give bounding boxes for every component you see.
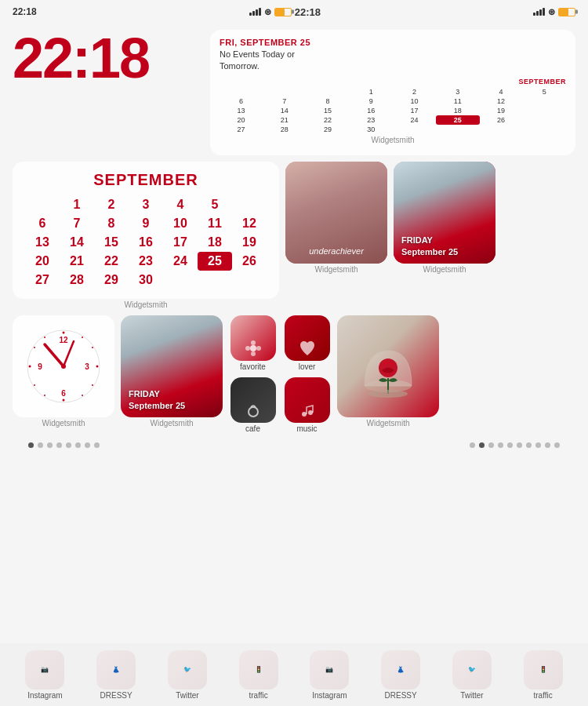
signal-bars-center — [249, 8, 261, 16]
svg-point-25 — [249, 407, 258, 417]
svg-point-27 — [308, 410, 313, 415]
dots-right — [470, 442, 560, 448]
dressy-icon: 👗 — [112, 666, 120, 673]
rose-widget — [337, 315, 439, 417]
dock-twitter-icon-2[interactable]: 🐦 — [452, 650, 492, 690]
svg-point-4 — [96, 366, 99, 368]
image-widgets-col: underachiever Widgetsmith — [285, 162, 387, 274]
status-bar: 22:18 ⊛ 22:18 ⊛ — [0, 0, 588, 24]
dock-instagram-label-2: Instagram — [312, 691, 347, 700]
dock-dressy-1[interactable]: 👗 DRESSY — [96, 650, 136, 700]
underachiever-section: underachiever Widgetsmith — [285, 162, 387, 274]
dot-left-8 — [94, 442, 100, 448]
dot-left-5 — [66, 442, 71, 448]
svg-point-3 — [29, 366, 31, 368]
dock-twitter-label-2: Twitter — [460, 691, 483, 700]
mini-cal-month: SEPTEMBER — [220, 78, 566, 86]
widgetsmith-label-mini: Widgetsmith — [220, 136, 566, 144]
rose-svg — [349, 327, 427, 406]
app-favorite-label: favorite — [240, 362, 266, 371]
app-grid-section: favorite lover — [229, 315, 331, 433]
heart-icon — [298, 339, 317, 358]
dock-twitter-2[interactable]: 🐦 Twitter — [452, 650, 492, 700]
svg-point-23 — [251, 351, 256, 356]
mini-cal-events: No Events Today orTomorrow. — [220, 49, 566, 73]
svg-point-2 — [63, 399, 65, 402]
app-cafe-section: cafe — [229, 377, 277, 433]
friday-overlay: FRIDAY September 25 — [401, 235, 458, 257]
svg-point-9 — [44, 395, 45, 396]
dock-twitter-label-1: Twitter — [176, 691, 198, 700]
traffic-icon-2: 🚦 — [539, 666, 547, 673]
dock-traffic-1[interactable]: 🚦 traffic — [239, 650, 278, 700]
traffic-icon: 🚦 — [255, 666, 263, 673]
app-music-section: music — [283, 377, 331, 433]
mini-cal-grid: 1 2 3 4 5 6 7 8 9 10 11 12 13 14 — [220, 87, 566, 134]
svg-text:9: 9 — [38, 362, 42, 371]
dock-dressy-icon-1[interactable]: 👗 — [96, 650, 136, 690]
mini-cal-date: FRI, SEPTEMBER 25 — [220, 38, 566, 47]
dot-left-3 — [47, 442, 53, 448]
dock-instagram-1[interactable]: 📷 Instagram — [25, 650, 64, 700]
dock-dressy-label-2: DRESSY — [385, 691, 417, 700]
calendar-image-row: SEPTEMBER 1 2 3 4 5 6 7 8 9 — [13, 162, 575, 309]
dock-twitter-1[interactable]: 🐦 Twitter — [168, 650, 207, 700]
dock-instagram-2[interactable]: 📷 Instagram — [310, 650, 349, 700]
dot-right-2 — [479, 442, 485, 448]
app-music[interactable] — [285, 377, 330, 423]
time-left: 22:18 — [13, 6, 37, 17]
dot-right-1 — [470, 442, 475, 448]
svg-point-11 — [34, 347, 35, 348]
dock-instagram-icon-2[interactable]: 📷 — [310, 650, 349, 690]
app-favorite[interactable] — [230, 315, 276, 361]
svg-point-8 — [82, 395, 83, 396]
svg-point-22 — [256, 346, 261, 351]
battery-right — [558, 8, 575, 16]
top-row: 22:18 FRI, SEPTEMBER 25 No Events Today … — [13, 30, 575, 155]
dot-right-6 — [517, 442, 522, 448]
svg-point-10 — [34, 384, 35, 386]
svg-text:3: 3 — [85, 362, 89, 371]
svg-text:6: 6 — [61, 389, 66, 398]
twitter-icon: 🐦 — [183, 666, 191, 673]
widgetsmith-label-underachiever: Widgetsmith — [314, 265, 358, 274]
svg-point-31 — [368, 390, 408, 398]
music-icon — [298, 401, 317, 420]
svg-point-24 — [245, 346, 250, 351]
dock: 📷 Instagram 👗 DRESSY 🐦 Twitter 🚦 traffic… — [0, 643, 588, 706]
svg-point-6 — [92, 347, 93, 348]
friday2-widget: FRIDAY September 25 — [121, 315, 223, 417]
status-left: 22:18 — [13, 6, 37, 17]
svg-point-21 — [251, 340, 256, 345]
big-calendar-widget: SEPTEMBER 1 2 3 4 5 6 7 8 9 — [13, 162, 279, 299]
dock-dressy-icon-2[interactable]: 👗 — [381, 650, 420, 690]
svg-point-20 — [250, 345, 256, 351]
app-lover-label: lover — [299, 362, 316, 371]
dot-right-8 — [535, 442, 541, 448]
widgetsmith-label-friday2: Widgetsmith — [150, 419, 193, 428]
dot-left-4 — [56, 442, 62, 448]
dock-dressy-2[interactable]: 👗 DRESSY — [381, 650, 420, 700]
dock-traffic-2[interactable]: 🚦 traffic — [524, 650, 563, 700]
dot-left-6 — [75, 442, 81, 448]
rose-section: Widgetsmith — [337, 315, 439, 428]
dock-twitter-icon-1[interactable]: 🐦 — [168, 650, 207, 690]
app-lover[interactable] — [285, 315, 330, 361]
friday2-overlay: FRIDAY September 25 — [129, 388, 185, 411]
dock-traffic-icon-2[interactable]: 🚦 — [524, 650, 563, 690]
dot-left-1 — [28, 442, 34, 448]
app-cafe[interactable] — [230, 377, 276, 423]
svg-point-15 — [61, 364, 66, 369]
dressy-icon-2: 👗 — [397, 666, 405, 673]
dock-traffic-icon-1[interactable]: 🚦 — [239, 650, 278, 690]
clock-widget: 12 3 6 9 — [13, 315, 114, 417]
dock-instagram-label-1: Instagram — [27, 691, 62, 700]
app-cafe-label: cafe — [245, 424, 260, 433]
underachiever-widget: underachiever — [285, 162, 387, 264]
svg-point-1 — [63, 332, 65, 334]
app-grid: favorite lover — [229, 315, 331, 433]
dot-right-7 — [526, 442, 532, 448]
dock-instagram-icon-1[interactable]: 📷 — [25, 650, 64, 690]
status-center: ⊛ 22:18 — [249, 6, 321, 18]
widgetsmith-label-big-cal: Widgetsmith — [124, 300, 167, 309]
